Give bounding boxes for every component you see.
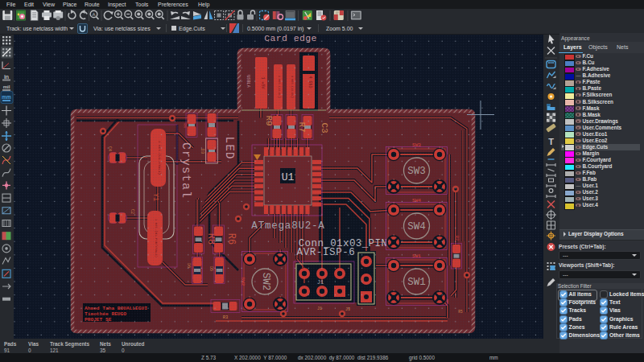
svg-text:mm: mm — [2, 94, 11, 100]
svg-text:A: A — [92, 12, 95, 17]
svg-text:T: T — [548, 137, 554, 146]
svg-text:in: in — [4, 74, 9, 80]
svg-text:mil: mil — [3, 84, 10, 89]
